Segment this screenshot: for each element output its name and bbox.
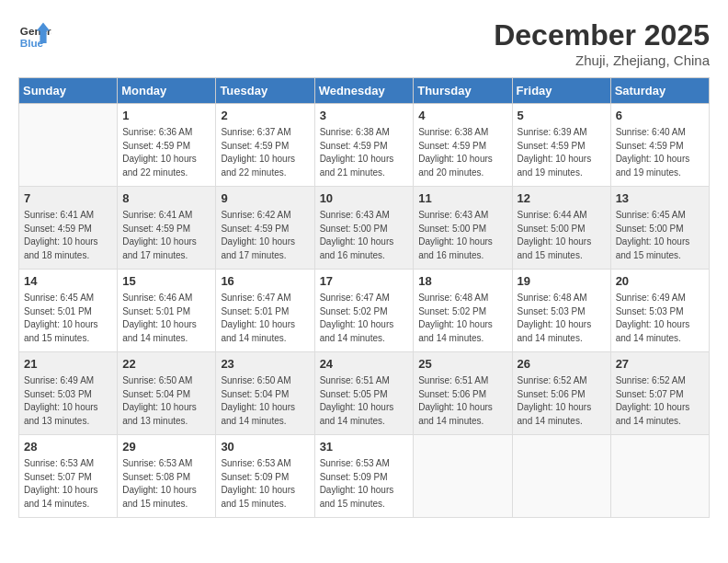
calendar-cell: 22Sunrise: 6:50 AM Sunset: 5:04 PM Dayli… xyxy=(118,352,216,435)
location: Zhuji, Zhejiang, China xyxy=(494,52,710,68)
day-number: 23 xyxy=(221,356,309,373)
day-number: 17 xyxy=(320,273,409,290)
calendar-cell: 18Sunrise: 6:48 AM Sunset: 5:02 PM Dayli… xyxy=(414,270,512,352)
calendar-cell: 8Sunrise: 6:41 AM Sunset: 4:59 PM Daylig… xyxy=(118,187,216,270)
day-number: 22 xyxy=(122,356,210,373)
day-number: 29 xyxy=(122,439,210,455)
calendar-cell: 28Sunrise: 6:53 AM Sunset: 5:07 PM Dayli… xyxy=(19,435,118,518)
day-number: 4 xyxy=(418,108,506,124)
day-info: Sunrise: 6:46 AM Sunset: 5:01 PM Dayligh… xyxy=(122,292,210,345)
day-info: Sunrise: 6:53 AM Sunset: 5:08 PM Dayligh… xyxy=(122,457,210,511)
day-info: Sunrise: 6:39 AM Sunset: 4:59 PM Dayligh… xyxy=(518,126,606,179)
day-info: Sunrise: 6:45 AM Sunset: 5:00 PM Dayligh… xyxy=(616,209,704,262)
day-number: 1 xyxy=(122,108,210,124)
calendar-cell: 31Sunrise: 6:53 AM Sunset: 5:09 PM Dayli… xyxy=(314,435,414,518)
page-header: General Blue December 2025 Zhuji, Zhejia… xyxy=(18,18,710,68)
day-info: Sunrise: 6:47 AM Sunset: 5:01 PM Dayligh… xyxy=(221,292,309,345)
weekday-header-row: SundayMondayTuesdayWednesdayThursdayFrid… xyxy=(19,78,710,104)
calendar-week-row: 21Sunrise: 6:49 AM Sunset: 5:03 PM Dayli… xyxy=(19,352,710,435)
day-info: Sunrise: 6:51 AM Sunset: 5:05 PM Dayligh… xyxy=(320,374,409,428)
calendar-cell: 30Sunrise: 6:53 AM Sunset: 5:09 PM Dayli… xyxy=(216,435,314,518)
day-info: Sunrise: 6:52 AM Sunset: 5:07 PM Dayligh… xyxy=(616,374,704,428)
day-info: Sunrise: 6:53 AM Sunset: 5:09 PM Dayligh… xyxy=(221,457,309,511)
day-number: 28 xyxy=(24,439,112,455)
day-info: Sunrise: 6:43 AM Sunset: 5:00 PM Dayligh… xyxy=(418,209,506,262)
day-number: 26 xyxy=(518,356,606,373)
day-number: 30 xyxy=(221,439,309,455)
calendar-week-row: 7Sunrise: 6:41 AM Sunset: 4:59 PM Daylig… xyxy=(19,187,710,270)
calendar-week-row: 1Sunrise: 6:36 AM Sunset: 4:59 PM Daylig… xyxy=(19,104,710,187)
calendar-week-row: 14Sunrise: 6:45 AM Sunset: 5:01 PM Dayli… xyxy=(19,270,710,352)
calendar-cell xyxy=(610,435,709,518)
day-number: 3 xyxy=(320,108,409,124)
day-info: Sunrise: 6:41 AM Sunset: 4:59 PM Dayligh… xyxy=(24,209,112,262)
day-info: Sunrise: 6:41 AM Sunset: 4:59 PM Dayligh… xyxy=(122,209,210,262)
weekday-header-tuesday: Tuesday xyxy=(216,78,314,104)
day-number: 10 xyxy=(320,190,409,207)
day-info: Sunrise: 6:44 AM Sunset: 5:00 PM Dayligh… xyxy=(518,209,606,262)
weekday-header-friday: Friday xyxy=(512,78,610,104)
day-number: 19 xyxy=(518,273,606,290)
day-number: 14 xyxy=(24,273,112,290)
day-info: Sunrise: 6:37 AM Sunset: 4:59 PM Dayligh… xyxy=(221,126,309,179)
day-info: Sunrise: 6:53 AM Sunset: 5:07 PM Dayligh… xyxy=(24,457,112,511)
day-info: Sunrise: 6:43 AM Sunset: 5:00 PM Dayligh… xyxy=(320,209,409,262)
calendar-cell xyxy=(512,435,610,518)
calendar-cell: 16Sunrise: 6:47 AM Sunset: 5:01 PM Dayli… xyxy=(216,270,314,352)
day-info: Sunrise: 6:50 AM Sunset: 5:04 PM Dayligh… xyxy=(221,374,309,428)
calendar-cell: 7Sunrise: 6:41 AM Sunset: 4:59 PM Daylig… xyxy=(19,187,118,270)
day-number: 13 xyxy=(616,190,704,207)
day-number: 2 xyxy=(221,108,309,124)
day-info: Sunrise: 6:42 AM Sunset: 4:59 PM Dayligh… xyxy=(221,209,309,262)
calendar-cell: 26Sunrise: 6:52 AM Sunset: 5:06 PM Dayli… xyxy=(512,352,610,435)
day-number: 27 xyxy=(616,356,704,373)
month-title: December 2025 xyxy=(494,18,710,52)
logo: General Blue xyxy=(18,18,51,52)
calendar-cell: 10Sunrise: 6:43 AM Sunset: 5:00 PM Dayli… xyxy=(314,187,414,270)
day-info: Sunrise: 6:38 AM Sunset: 4:59 PM Dayligh… xyxy=(418,126,506,179)
day-number: 9 xyxy=(221,190,309,207)
day-number: 11 xyxy=(418,190,506,207)
day-number: 31 xyxy=(320,439,409,455)
day-info: Sunrise: 6:51 AM Sunset: 5:06 PM Dayligh… xyxy=(418,374,506,428)
weekday-header-sunday: Sunday xyxy=(19,78,118,104)
calendar-cell: 21Sunrise: 6:49 AM Sunset: 5:03 PM Dayli… xyxy=(19,352,118,435)
day-info: Sunrise: 6:53 AM Sunset: 5:09 PM Dayligh… xyxy=(320,457,409,511)
calendar-cell xyxy=(19,104,118,187)
calendar-cell xyxy=(414,435,512,518)
logo-icon: General Blue xyxy=(18,18,51,52)
calendar-cell: 11Sunrise: 6:43 AM Sunset: 5:00 PM Dayli… xyxy=(414,187,512,270)
calendar-cell: 4Sunrise: 6:38 AM Sunset: 4:59 PM Daylig… xyxy=(414,104,512,187)
weekday-header-monday: Monday xyxy=(118,78,216,104)
calendar-cell: 3Sunrise: 6:38 AM Sunset: 4:59 PM Daylig… xyxy=(314,104,414,187)
calendar-cell: 29Sunrise: 6:53 AM Sunset: 5:08 PM Dayli… xyxy=(118,435,216,518)
day-number: 16 xyxy=(221,273,309,290)
day-info: Sunrise: 6:47 AM Sunset: 5:02 PM Dayligh… xyxy=(320,292,409,345)
weekday-header-thursday: Thursday xyxy=(414,78,512,104)
calendar-cell: 14Sunrise: 6:45 AM Sunset: 5:01 PM Dayli… xyxy=(19,270,118,352)
day-number: 12 xyxy=(518,190,606,207)
day-info: Sunrise: 6:36 AM Sunset: 4:59 PM Dayligh… xyxy=(122,126,210,179)
day-number: 5 xyxy=(518,108,606,124)
day-number: 20 xyxy=(616,273,704,290)
calendar-cell: 24Sunrise: 6:51 AM Sunset: 5:05 PM Dayli… xyxy=(314,352,414,435)
day-number: 21 xyxy=(24,356,112,373)
weekday-header-saturday: Saturday xyxy=(610,78,709,104)
calendar-cell: 5Sunrise: 6:39 AM Sunset: 4:59 PM Daylig… xyxy=(512,104,610,187)
calendar-cell: 13Sunrise: 6:45 AM Sunset: 5:00 PM Dayli… xyxy=(610,187,709,270)
calendar-cell: 1Sunrise: 6:36 AM Sunset: 4:59 PM Daylig… xyxy=(118,104,216,187)
title-block: December 2025 Zhuji, Zhejiang, China xyxy=(494,18,710,68)
day-number: 24 xyxy=(320,356,409,373)
calendar-cell: 2Sunrise: 6:37 AM Sunset: 4:59 PM Daylig… xyxy=(216,104,314,187)
day-number: 6 xyxy=(616,108,704,124)
day-info: Sunrise: 6:40 AM Sunset: 4:59 PM Dayligh… xyxy=(616,126,704,179)
day-number: 25 xyxy=(418,356,506,373)
day-info: Sunrise: 6:49 AM Sunset: 5:03 PM Dayligh… xyxy=(616,292,704,345)
weekday-header-wednesday: Wednesday xyxy=(314,78,414,104)
calendar-cell: 15Sunrise: 6:46 AM Sunset: 5:01 PM Dayli… xyxy=(118,270,216,352)
day-number: 18 xyxy=(418,273,506,290)
calendar-cell: 20Sunrise: 6:49 AM Sunset: 5:03 PM Dayli… xyxy=(610,270,709,352)
calendar-cell: 6Sunrise: 6:40 AM Sunset: 4:59 PM Daylig… xyxy=(610,104,709,187)
calendar-cell: 27Sunrise: 6:52 AM Sunset: 5:07 PM Dayli… xyxy=(610,352,709,435)
calendar-cell: 9Sunrise: 6:42 AM Sunset: 4:59 PM Daylig… xyxy=(216,187,314,270)
